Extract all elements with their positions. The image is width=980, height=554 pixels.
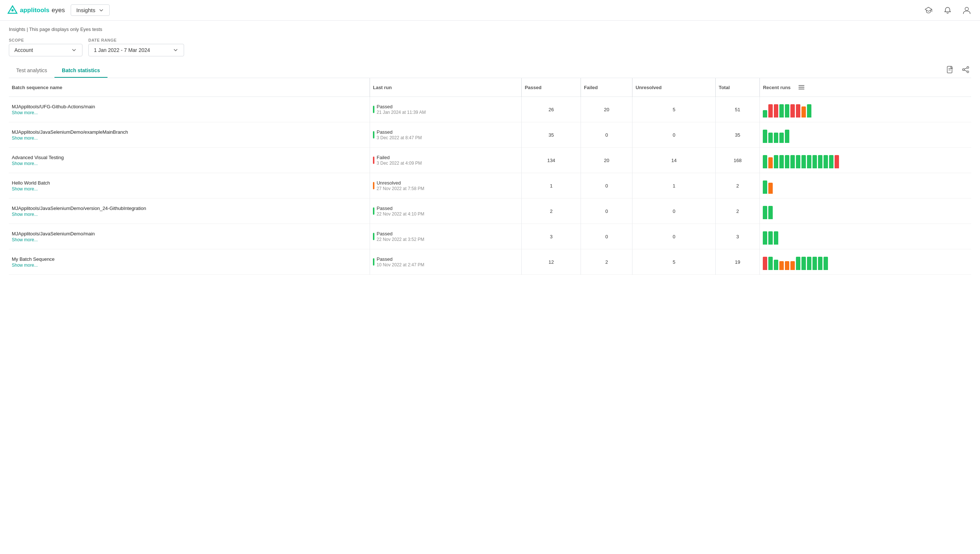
batch-name-cell: My Batch Sequence Show more... xyxy=(9,249,370,275)
batch-name-cell: MJApplitools/JavaSeleniumDemo/version_24… xyxy=(9,198,370,224)
scope-value: Account xyxy=(14,47,33,53)
bar xyxy=(768,104,773,118)
bar xyxy=(774,231,778,244)
bar xyxy=(763,130,767,143)
status-dot xyxy=(373,258,374,266)
tab-actions xyxy=(945,64,971,78)
table-row: Hello World Batch Show more... Unresolve… xyxy=(9,173,971,198)
status-badge: Passed 10 Nov 2022 at 2:47 PM xyxy=(373,256,519,267)
export-pdf-button[interactable] xyxy=(945,64,956,76)
bar xyxy=(807,257,811,270)
bar xyxy=(807,104,811,118)
bar xyxy=(785,104,789,118)
show-more-link[interactable]: Show more... xyxy=(12,237,367,243)
date-dropdown[interactable]: 1 Jan 2022 - 7 Mar 2024 xyxy=(88,44,184,56)
status-text: Passed xyxy=(377,256,424,262)
tab-test-analytics[interactable]: Test analytics xyxy=(9,64,54,78)
bar xyxy=(818,257,822,270)
column-settings-button[interactable] xyxy=(797,83,806,92)
batch-name-cell: Advanced Visual Testing Show more... xyxy=(9,148,370,173)
share-icon xyxy=(962,65,970,73)
status-text: Passed xyxy=(377,104,426,109)
svg-rect-11 xyxy=(799,87,804,88)
last-run-cell: Passed 3 Dec 2022 at 8:47 PM xyxy=(370,122,521,148)
bar xyxy=(768,231,773,244)
status-date: 27 Nov 2022 at 7:58 PM xyxy=(377,186,424,191)
batch-table-container: Batch sequence name Last run Passed Fail… xyxy=(9,78,971,275)
user-button[interactable] xyxy=(961,5,973,16)
bar xyxy=(774,155,778,168)
page-subtitle: Insights | This page displays only Eyes … xyxy=(9,27,971,32)
show-more-link[interactable]: Show more... xyxy=(12,110,367,115)
show-more-link[interactable]: Show more... xyxy=(12,263,367,268)
tab-batch-statistics[interactable]: Batch statistics xyxy=(54,64,107,78)
bar xyxy=(780,104,784,118)
unresolved-cell: 14 xyxy=(632,148,716,173)
status-badge: Failed 3 Dec 2022 at 4:09 PM xyxy=(373,155,519,166)
unresolved-cell: 0 xyxy=(632,198,716,224)
col-total: Total xyxy=(716,78,760,97)
total-cell: 19 xyxy=(716,249,760,275)
total-cell: 2 xyxy=(716,173,760,198)
batch-name-cell: MJApplitools/JavaSeleniumDemo/main Show … xyxy=(9,224,370,249)
table-row: MJApplitools/JavaSeleniumDemo/version_24… xyxy=(9,198,971,224)
notification-button[interactable] xyxy=(942,5,953,16)
show-more-link[interactable]: Show more... xyxy=(12,212,367,217)
batch-name: MJApplitools/JavaSeleniumDemo/version_24… xyxy=(12,206,367,211)
scope-chevron-icon xyxy=(71,47,77,53)
table-row: MJApplitools/UFG-Github-Actions/main Sho… xyxy=(9,97,971,122)
col-unresolved: Unresolved xyxy=(632,78,716,97)
batch-name: MJApplitools/JavaSeleniumDemo/main xyxy=(12,231,367,236)
show-more-link[interactable]: Show more... xyxy=(12,161,367,166)
last-run-cell: Unresolved 27 Nov 2022 at 7:58 PM xyxy=(370,173,521,198)
share-button[interactable] xyxy=(960,64,971,76)
status-info: Passed 22 Nov 2022 at 3:52 PM xyxy=(377,231,424,242)
status-date: 3 Dec 2022 at 8:47 PM xyxy=(377,135,422,140)
status-info: Failed 3 Dec 2022 at 4:09 PM xyxy=(377,155,422,166)
header-left: applitools eyes Insights xyxy=(7,5,110,16)
table-header-row: Batch sequence name Last run Passed Fail… xyxy=(9,78,971,97)
svg-line-9 xyxy=(964,70,967,71)
pdf-icon xyxy=(946,65,954,73)
batch-name-cell: MJApplitools/JavaSeleniumDemo/exampleMai… xyxy=(9,122,370,148)
runs-chart xyxy=(763,203,968,219)
app-header: applitools eyes Insights xyxy=(0,0,980,21)
academy-button[interactable] xyxy=(923,5,934,16)
last-run-cell: Failed 3 Dec 2022 at 4:09 PM xyxy=(370,148,521,173)
batch-name-cell: Hello World Batch Show more... xyxy=(9,173,370,198)
show-more-link[interactable]: Show more... xyxy=(12,187,367,192)
bar xyxy=(768,257,773,270)
recent-runs-cell xyxy=(759,173,971,198)
bar xyxy=(802,257,806,270)
bar xyxy=(768,133,773,143)
tabs: Test analytics Batch statistics xyxy=(9,64,108,78)
status-date: 22 Nov 2022 at 3:52 PM xyxy=(377,237,424,242)
failed-cell: 0 xyxy=(581,198,632,224)
bar xyxy=(774,260,778,270)
status-dot xyxy=(373,156,374,164)
col-failed: Failed xyxy=(581,78,632,97)
status-date: 22 Nov 2022 at 4:10 PM xyxy=(377,211,424,217)
col-last-run: Last run xyxy=(370,78,521,97)
bar xyxy=(829,155,834,168)
bar xyxy=(763,231,767,244)
table-row: MJApplitools/JavaSeleniumDemo/main Show … xyxy=(9,224,971,249)
scope-dropdown[interactable]: Account xyxy=(9,44,83,56)
unresolved-cell: 0 xyxy=(632,224,716,249)
passed-cell: 26 xyxy=(522,97,581,122)
unresolved-cell: 5 xyxy=(632,249,716,275)
bar xyxy=(774,104,778,118)
runs-chart xyxy=(763,127,968,143)
svg-rect-12 xyxy=(799,89,804,90)
app-dropdown[interactable]: Insights xyxy=(71,5,110,16)
runs-chart xyxy=(763,228,968,244)
show-more-link[interactable]: Show more... xyxy=(12,136,367,141)
bar xyxy=(802,155,806,168)
passed-cell: 1 xyxy=(522,173,581,198)
bar xyxy=(824,155,828,168)
status-text: Passed xyxy=(377,206,424,211)
status-dot xyxy=(373,208,374,215)
failed-cell: 20 xyxy=(581,148,632,173)
date-filter-group: DATE RANGE 1 Jan 2022 - 7 Mar 2024 xyxy=(88,38,184,56)
bar xyxy=(763,257,767,270)
